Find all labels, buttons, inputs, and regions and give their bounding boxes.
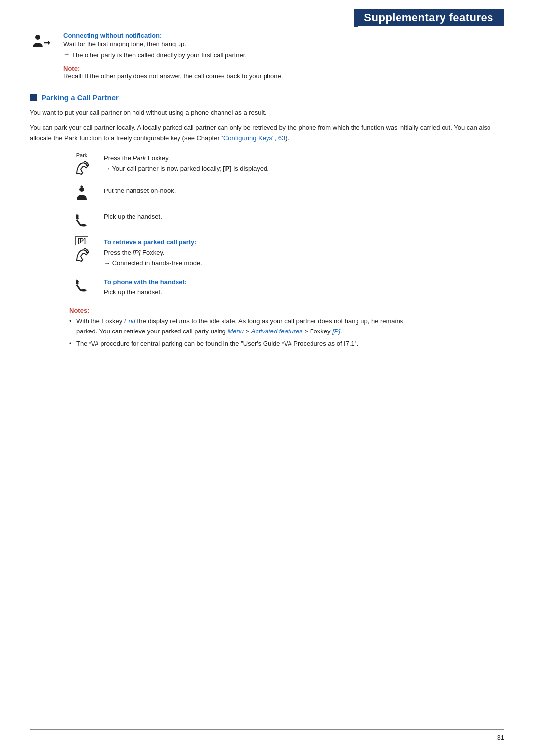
step-p-label: [P] xyxy=(75,236,88,245)
note-item-2: The *\/# procedure for central parking c… xyxy=(69,339,415,349)
note1-italic4: [P] xyxy=(332,328,340,335)
note-item-1: With the Foxkey End the display returns … xyxy=(69,316,415,337)
section-square-icon xyxy=(30,94,37,101)
step4-arrow-text: Connected in hands-free mode. xyxy=(112,259,202,267)
parking-section-title: Parking a Call Partner xyxy=(42,94,119,102)
note1-italic3: Activated features xyxy=(251,328,303,335)
step-row-1: Park Press the Park Foxkey. → Your call … xyxy=(69,152,415,177)
step-row-3: Pick up the handset. xyxy=(69,211,415,229)
note1-text-end: > Foxkey xyxy=(303,328,332,335)
handset-onhook-icon xyxy=(73,185,90,203)
step-icon-col-3 xyxy=(69,211,94,229)
svg-marker-2 xyxy=(48,41,50,45)
step1-text-italic: Park xyxy=(133,154,146,162)
connecting-icon-block xyxy=(30,32,51,52)
note1-text-pre: With the Foxkey xyxy=(76,317,124,325)
note2-text: The *\/# procedure for central parking c… xyxy=(76,340,358,347)
svg-point-3 xyxy=(79,187,84,192)
step-icon-col-1: Park xyxy=(69,152,94,177)
page-title: Supplementary features xyxy=(358,9,504,26)
page-number: 31 xyxy=(497,734,504,741)
parking-body2-post: ). xyxy=(285,134,289,142)
main-content: Connecting without notification: Wait fo… xyxy=(0,32,534,371)
connecting-line2-block: → The other party is then called directl… xyxy=(63,50,504,61)
step-icon-col-4: [P] xyxy=(69,236,94,264)
handset-pickup-icon xyxy=(73,211,90,229)
step4-text-post: Foxkey. xyxy=(140,249,164,256)
step-row-5: To phone with the handset: Pick up the h… xyxy=(69,276,415,298)
phone-transfer-icon xyxy=(31,33,50,52)
connecting-text-block: Connecting without notification: Wait fo… xyxy=(63,32,504,80)
svg-point-0 xyxy=(35,35,40,40)
step-text-col-1: Press the Park Foxkey. → Your call partn… xyxy=(104,152,415,174)
handset-pickup-icon-2 xyxy=(73,276,90,294)
notes-block: Notes: With the Foxkey End the display r… xyxy=(69,307,415,349)
steps-table: Park Press the Park Foxkey. → Your call … xyxy=(69,152,415,298)
step2-text: Put the handset on-hook. xyxy=(104,187,176,194)
step5-text: Pick up the handset. xyxy=(104,288,162,296)
notes-list: With the Foxkey End the display returns … xyxy=(69,316,415,349)
note1-italic1: End xyxy=(124,317,135,325)
parking-body1: You want to put your call partner on hol… xyxy=(30,108,504,118)
step-text-col-4: To retrieve a parked call party: Press t… xyxy=(104,236,415,268)
note-text: Recall: If the other party does not answ… xyxy=(63,72,504,80)
step5-label: To phone with the handset: xyxy=(104,277,415,287)
connecting-arrow: → xyxy=(63,50,70,58)
step3-text: Pick up the handset. xyxy=(104,213,162,220)
step1-arrow: → xyxy=(104,165,112,172)
note-label: Note: xyxy=(63,65,504,72)
page: Supplementary features Connecting withou… xyxy=(0,0,534,756)
step-row-4: [P] To retrieve a parked call party: Pre… xyxy=(69,236,415,268)
step-text-col-2: Put the handset on-hook. xyxy=(104,185,415,196)
connecting-section: Connecting without notification: Wait fo… xyxy=(30,32,504,80)
step4-arrow: → xyxy=(104,259,112,267)
step-icon-col-2 xyxy=(69,185,94,203)
step-icon-col-5 xyxy=(69,276,94,294)
footer: 31 xyxy=(30,729,504,741)
step4-label: To retrieve a parked call party: xyxy=(104,237,415,248)
header-accent-bar xyxy=(354,9,358,27)
park-foxkey-icon xyxy=(73,159,90,177)
svg-marker-5 xyxy=(80,185,83,187)
park-foxkey-icon-2 xyxy=(73,246,90,264)
connecting-heading: Connecting without notification: xyxy=(63,32,504,39)
step-icon-label-1: Park xyxy=(76,152,88,158)
configuring-keys-link[interactable]: "Configuring Keys", 63 xyxy=(221,134,285,142)
header-title-block: Supplementary features xyxy=(354,9,504,27)
parking-body2: You can park your call partner locally. … xyxy=(30,123,504,143)
step-row-2: Put the handset on-hook. xyxy=(69,185,415,203)
step1-arrow-text: Your call partner is now parked locally;… xyxy=(112,165,268,172)
connecting-line1: Wait for the first ringing tone, then ha… xyxy=(63,39,504,49)
step-text-col-3: Pick up the handset. xyxy=(104,211,415,222)
connecting-line2: The other party is then called directly … xyxy=(72,50,247,61)
step4-text-pre: Press the xyxy=(104,249,133,256)
step4-text-italic: [P] xyxy=(133,249,141,256)
note1-italic2: Menu xyxy=(227,328,244,335)
note1-text-mid2: > xyxy=(244,328,251,335)
step-text-col-5: To phone with the handset: Pick up the h… xyxy=(104,276,415,298)
parking-section-heading: Parking a Call Partner xyxy=(30,94,504,102)
step1-text-post: Foxkey. xyxy=(146,154,170,162)
note1-text-final: . xyxy=(340,328,342,335)
notes-title: Notes: xyxy=(69,307,415,314)
header-bar: Supplementary features xyxy=(0,0,534,27)
step1-text-pre: Press the xyxy=(104,154,133,162)
